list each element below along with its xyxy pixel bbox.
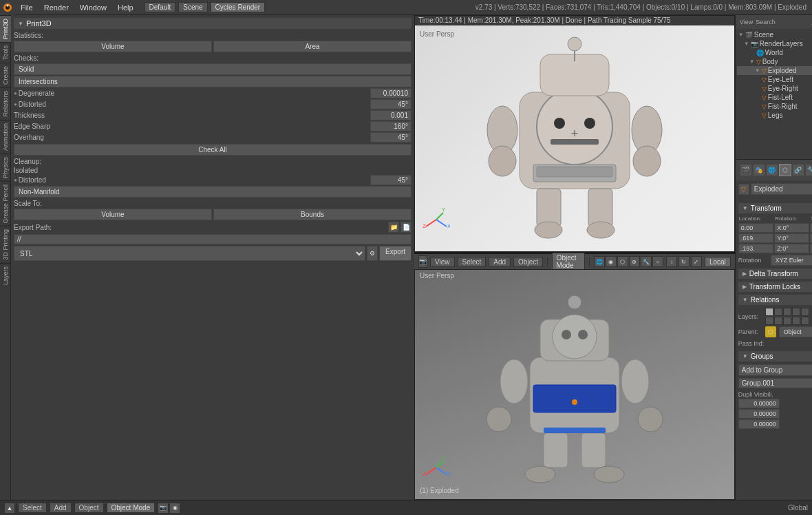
btn-select-bottom[interactable]: Select: [458, 257, 487, 267]
section-header-delta[interactable]: ▶ Delta Transform: [738, 269, 812, 279]
tree-item-eyeleft[interactable]: ▽ Eye-Left 👁 🔒: [737, 75, 812, 84]
status-engine-icon[interactable]: ▲: [4, 503, 15, 514]
prop-tab-object[interactable]: ⬡: [779, 164, 791, 176]
group-name-input[interactable]: [738, 378, 812, 388]
menu-render[interactable]: Render: [39, 0, 74, 14]
btn-search-outliner[interactable]: Search: [756, 19, 776, 25]
menu-help[interactable]: Help: [112, 0, 139, 14]
btn-add-to-group[interactable]: Add to Group: [738, 364, 812, 376]
tree-item-fistleft[interactable]: ▽ Fist-Left 👁 🔒: [737, 93, 812, 102]
export-folder-icon[interactable]: 📁: [388, 222, 399, 233]
rotate-icon[interactable]: ↻: [679, 256, 690, 267]
scene-selector[interactable]: Scene: [178, 2, 207, 12]
object-name-input[interactable]: [751, 183, 812, 195]
tab-print3d[interactable]: Print3D: [0, 15, 11, 42]
menu-window[interactable]: Window: [74, 0, 112, 14]
layer-dot-9[interactable]: [801, 317, 809, 325]
bottom-3d-viewport[interactable]: User Persp (1) Exploded X Y Z: [414, 269, 735, 500]
dupli-val-3[interactable]: 0.00000: [738, 419, 780, 429]
transform-space-selector[interactable]: Local: [705, 257, 731, 267]
blender-logo[interactable]: [0, 0, 15, 15]
btn-scale-volume[interactable]: Volume: [14, 209, 212, 220]
loc-z[interactable]: .193.: [738, 244, 773, 253]
layer-dot-4[interactable]: [801, 308, 809, 316]
export-settings-icon[interactable]: ⚙: [367, 246, 378, 261]
layer-dot-7[interactable]: [783, 317, 791, 325]
layer-dot-0[interactable]: [765, 308, 773, 316]
value-edgesharp[interactable]: 160°: [370, 121, 412, 132]
viewport-camera-icon[interactable]: 📷: [418, 255, 427, 268]
btn-status-object[interactable]: Object: [74, 503, 104, 513]
prop-tab-constraint[interactable]: 🔗: [792, 164, 804, 176]
move-icon[interactable]: ↕: [666, 256, 677, 267]
btn-volume-stat[interactable]: Volume: [14, 41, 212, 52]
tree-item-scene[interactable]: ▼ 🎬 Scene 👁 📷: [737, 30, 812, 39]
value-distorted[interactable]: 45°: [370, 99, 412, 109]
tab-3d-printing[interactable]: 3D Printing: [0, 226, 11, 263]
layer-icon[interactable]: ◉: [606, 256, 617, 267]
btn-check-all[interactable]: Check All: [14, 144, 412, 156]
rot-y[interactable]: Y:0°: [774, 233, 809, 243]
loc-x[interactable]: 0.00: [738, 223, 773, 233]
prop-tab-modifier[interactable]: 🔧: [805, 164, 812, 176]
btn-area-stat[interactable]: Area: [213, 41, 412, 52]
shading-icon[interactable]: ⬡: [617, 256, 628, 267]
tree-item-world[interactable]: 🌐 World: [737, 48, 812, 57]
tab-create[interactable]: Create: [0, 63, 11, 87]
layer-dot-5[interactable]: [765, 317, 773, 325]
btn-view[interactable]: View: [430, 257, 455, 267]
section-header-groups[interactable]: ▼ Groups: [738, 351, 812, 361]
section-header-locks[interactable]: ▶ Transform Locks: [738, 282, 812, 292]
snap-icon[interactable]: 🔧: [641, 256, 652, 267]
value-cleanup-distorted[interactable]: 45°: [370, 175, 412, 185]
tab-layers[interactable]: Layers: [0, 263, 11, 288]
tree-item-eyeright[interactable]: ▽ Eye-Right 👁 🔒: [737, 84, 812, 93]
tree-item-fistright[interactable]: ▽ Fist-Right 👁 🔒: [737, 102, 812, 111]
format-select[interactable]: STL OBJ PLY: [14, 246, 365, 261]
layout-selector[interactable]: Default: [145, 2, 176, 12]
dupli-val-1[interactable]: 0.00000: [738, 399, 780, 408]
rot-x[interactable]: X:0°: [774, 223, 809, 233]
object-mode-selector[interactable]: Object Mode: [552, 253, 586, 271]
tab-tools[interactable]: Tools: [0, 42, 11, 63]
layer-dot-8[interactable]: [792, 317, 800, 325]
btn-export[interactable]: Export: [379, 246, 412, 261]
tab-relations[interactable]: Relations: [0, 87, 11, 120]
loc-y[interactable]: .619.: [738, 233, 773, 243]
prop-tab-scene[interactable]: 🎭: [753, 164, 765, 176]
rotation-mode-select[interactable]: XYZ Euler XZY Euler Quaternion: [771, 255, 812, 266]
btn-status-add[interactable]: Add: [50, 503, 72, 513]
value-thickness[interactable]: 0.001: [370, 110, 412, 120]
check-solid[interactable]: Solid: [14, 63, 412, 75]
render-viewport[interactable]: Time:00:13.44 | Mem:201.30M, Peak:201.30…: [414, 15, 735, 252]
layer-dot-6[interactable]: [774, 317, 782, 325]
layer-dot-1[interactable]: [774, 308, 782, 316]
tree-item-renderlayers[interactable]: ▼ 📷 RenderLayers !: [737, 39, 812, 48]
section-header-relations[interactable]: ▼ Relations: [738, 295, 812, 305]
value-overhang[interactable]: 45°: [370, 132, 412, 143]
panel-collapse-icon[interactable]: ▼: [18, 21, 23, 27]
status-layer-icon[interactable]: ◉: [169, 503, 180, 514]
section-header-transform[interactable]: ▼ Transform: [738, 203, 812, 213]
layer-dot-3[interactable]: [792, 308, 800, 316]
pivot-icon[interactable]: ⊕: [629, 256, 640, 267]
dupli-val-2[interactable]: 0.00000: [738, 409, 780, 419]
renderer-selector[interactable]: Cycles Render: [211, 2, 266, 12]
layer-dot-2[interactable]: [783, 308, 791, 316]
menu-file[interactable]: File: [15, 0, 39, 14]
tree-item-exploded[interactable]: ▼ ▽ Exploded 👁 🔒: [737, 66, 812, 75]
parent-type-select[interactable]: Object Bone Vertex: [779, 326, 812, 337]
tab-grease-pencil[interactable]: Grease Pencil: [0, 181, 11, 227]
export-path-input[interactable]: //: [14, 234, 412, 244]
value-degenerate[interactable]: 0.00010: [370, 88, 412, 98]
export-file-icon[interactable]: 📄: [400, 222, 412, 233]
rot-z[interactable]: Z:0°: [774, 244, 809, 253]
scale-icon[interactable]: ⤢: [691, 256, 702, 267]
tree-item-body[interactable]: ▼ ▽ Body 👁 🔒: [737, 57, 812, 66]
check-intersections[interactable]: Intersections: [14, 76, 412, 87]
status-object-mode[interactable]: Object Mode: [107, 503, 156, 513]
proportional-icon[interactable]: ○: [652, 256, 663, 267]
btn-add[interactable]: Add: [489, 257, 511, 267]
tab-physics[interactable]: Physics: [0, 154, 11, 181]
status-cam-icon[interactable]: 📷: [158, 503, 169, 514]
